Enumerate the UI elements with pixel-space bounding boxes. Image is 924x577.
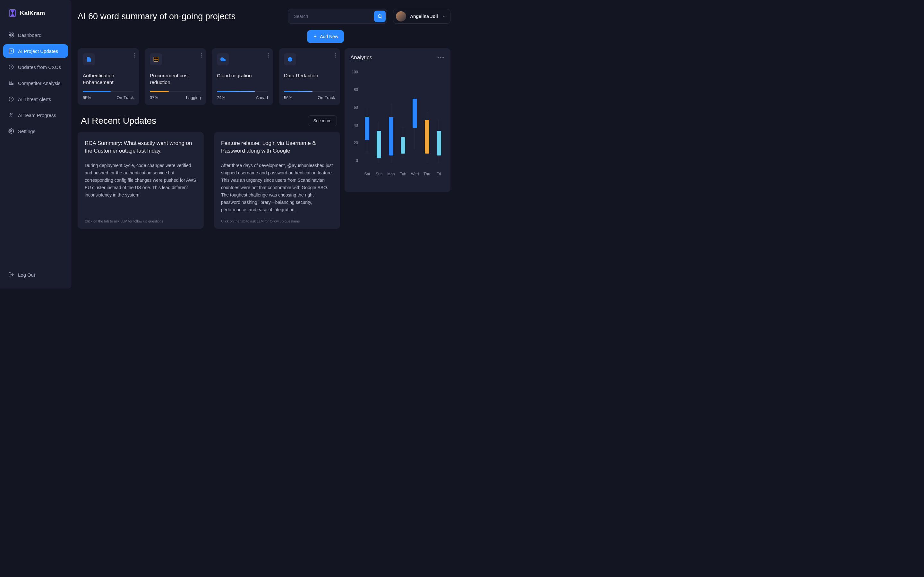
x-tick: Fri xyxy=(433,172,445,176)
svg-point-22 xyxy=(268,53,269,54)
right-column: Analytics ••• 100806040200 SatSunMonTuhW… xyxy=(344,48,451,229)
analytics-card: Analytics ••• 100806040200 SatSunMonTuhW… xyxy=(344,48,451,192)
dots-vertical-icon xyxy=(268,53,269,58)
cloud-icon xyxy=(220,56,226,62)
svg-rect-7 xyxy=(10,83,11,85)
svg-point-15 xyxy=(134,53,135,54)
chart-plot xyxy=(361,70,445,169)
svg-point-25 xyxy=(335,53,336,54)
project-status: Lagging xyxy=(186,95,201,100)
card-icon-box xyxy=(150,53,162,65)
ai-updates-icon xyxy=(8,48,14,54)
card-icon-box xyxy=(284,53,296,65)
svg-point-20 xyxy=(201,55,202,56)
svg-rect-8 xyxy=(11,82,12,85)
left-column: Authentication Enhancement 55% On-Track … xyxy=(78,48,340,229)
box-icon xyxy=(287,56,293,62)
brand: KalKram xyxy=(3,9,68,17)
update-title: RCA Summary: What exactly went wrong on … xyxy=(85,139,197,155)
card-menu[interactable] xyxy=(268,53,269,58)
card-menu[interactable] xyxy=(335,53,336,58)
add-new-button[interactable]: Add New xyxy=(307,30,344,43)
dashboard-icon xyxy=(8,32,14,38)
project-card[interactable]: Procurement cost reduction 37% Lagging xyxy=(145,48,206,105)
progress-bar xyxy=(217,91,268,92)
svg-point-13 xyxy=(11,131,12,132)
chevron-down-icon xyxy=(442,15,446,18)
chart-bar xyxy=(362,71,372,169)
svg-point-14 xyxy=(378,15,381,18)
chart-icon xyxy=(8,80,14,86)
x-axis: SatSunMonTuhWedThuFri xyxy=(361,172,445,176)
sidebar-item-competitor-analysis[interactable]: Competitor Analysis xyxy=(3,76,68,90)
project-status: Ahead xyxy=(256,95,268,100)
content-row: Authentication Enhancement 55% On-Track … xyxy=(78,48,451,229)
dots-vertical-icon xyxy=(134,53,135,58)
sidebar-item-label: Competitor Analysis xyxy=(18,81,61,86)
project-percent: 55% xyxy=(83,95,91,100)
x-tick: Tuh xyxy=(397,172,409,176)
svg-point-16 xyxy=(134,55,135,56)
nav: DashboardAI Project UpdatesUpdates from … xyxy=(3,28,68,138)
user-menu[interactable]: Angelina Joli xyxy=(393,9,451,24)
sidebar-item-ai-team-progress[interactable]: AI Team Progress xyxy=(3,108,68,122)
sidebar-item-settings[interactable]: Settings xyxy=(3,124,68,138)
svg-point-23 xyxy=(268,55,269,56)
analytics-menu[interactable]: ••• xyxy=(437,55,445,61)
project-card[interactable]: Authentication Enhancement 55% On-Track xyxy=(78,48,139,105)
team-icon xyxy=(8,112,14,118)
update-title: Feature release: Login via Username & Pa… xyxy=(221,139,333,155)
add-new-label: Add New xyxy=(320,34,338,39)
y-tick: 80 xyxy=(351,87,358,92)
card-menu[interactable] xyxy=(201,53,202,58)
settings-icon xyxy=(8,128,14,134)
project-status: On-Track xyxy=(318,95,335,100)
sidebar-item-updates-from-cxos[interactable]: Updates from CXOs xyxy=(3,60,68,74)
update-card[interactable]: Feature release: Login via Username & Pa… xyxy=(214,132,340,229)
progress-bar xyxy=(83,91,134,92)
avatar xyxy=(396,11,406,21)
project-percent: 37% xyxy=(150,95,158,100)
grid-icon xyxy=(153,56,159,62)
svg-rect-1 xyxy=(9,33,11,34)
logout-icon xyxy=(8,272,14,277)
sidebar-item-ai-project-updates[interactable]: AI Project Updates xyxy=(3,44,68,58)
x-tick: Sun xyxy=(373,172,385,176)
plus-icon xyxy=(313,34,317,39)
update-card[interactable]: RCA Summary: What exactly went wrong on … xyxy=(78,132,204,229)
brand-name: KalKram xyxy=(20,10,45,17)
project-card[interactable]: Cloud migration 74% Ahead xyxy=(212,48,273,105)
project-percent: 74% xyxy=(217,95,225,100)
sidebar-item-dashboard[interactable]: Dashboard xyxy=(3,28,68,42)
svg-rect-4 xyxy=(12,35,13,37)
card-footer: 55% On-Track xyxy=(83,95,134,100)
chart-bar xyxy=(422,71,432,169)
add-row: Add New xyxy=(78,30,451,43)
chart-bar xyxy=(374,71,384,169)
main: AI 60 word summary of on-going projects … xyxy=(71,0,462,288)
sidebar-item-ai-threat-alerts[interactable]: AI Threat Alerts xyxy=(3,92,68,106)
search-input[interactable] xyxy=(294,14,374,19)
y-tick: 40 xyxy=(351,123,358,127)
card-menu[interactable] xyxy=(134,53,135,58)
project-status: On-Track xyxy=(116,95,134,100)
see-more-button[interactable]: See more xyxy=(308,115,337,126)
svg-point-24 xyxy=(268,57,269,58)
user-name: Angelina Joli xyxy=(410,14,438,19)
clock-icon xyxy=(8,64,14,70)
update-hint: Click on the tab to ask LLM for follow u… xyxy=(221,219,333,223)
progress-bar xyxy=(150,91,201,92)
y-axis: 100806040200 xyxy=(351,70,361,169)
topbar: AI 60 word summary of on-going projects … xyxy=(78,9,451,24)
svg-point-27 xyxy=(335,57,336,58)
card-icon-box xyxy=(217,53,229,65)
logout-button[interactable]: Log Out xyxy=(3,269,40,281)
search-icon xyxy=(377,14,383,19)
progress-bar xyxy=(284,91,335,92)
project-title: Authentication Enhancement xyxy=(83,73,134,86)
search-button[interactable] xyxy=(374,11,386,22)
update-hint: Click on the tab to ask LLM for follow u… xyxy=(85,219,197,223)
svg-point-12 xyxy=(12,114,13,115)
logout-label: Log Out xyxy=(18,272,35,277)
project-card[interactable]: Data Redaction 56% On-Track xyxy=(279,48,340,105)
